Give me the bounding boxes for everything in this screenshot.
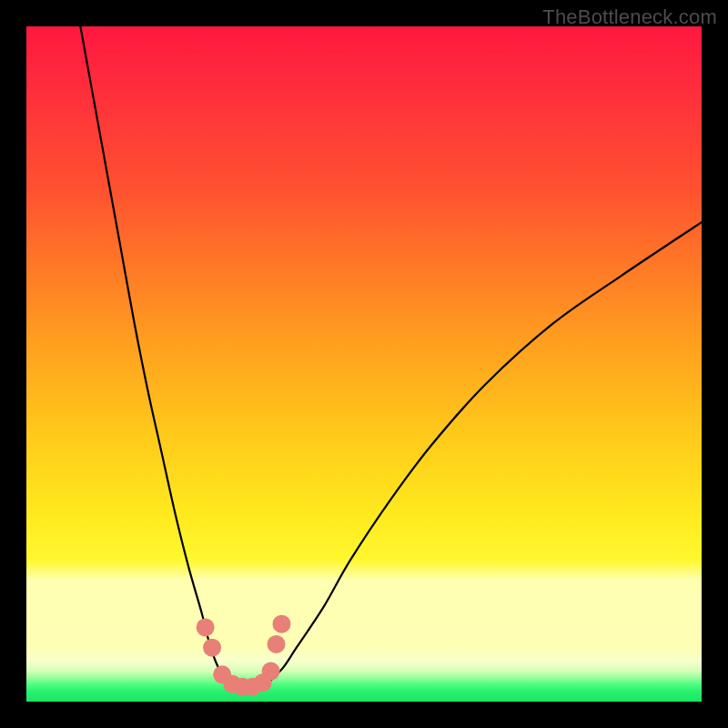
- marker-dot: [272, 615, 290, 633]
- figure-container: TheBottleneck.com: [0, 0, 728, 728]
- right-curve: [269, 222, 702, 682]
- left-curve: [80, 26, 228, 682]
- marker-dot: [262, 662, 280, 681]
- marker-dot: [268, 635, 286, 653]
- plot-area: [26, 26, 702, 702]
- marker-dot: [197, 618, 215, 636]
- marker-dots: [197, 615, 291, 696]
- plot-frame: [26, 26, 702, 702]
- curve-layer: [26, 26, 702, 702]
- watermark-text: TheBottleneck.com: [542, 5, 717, 29]
- marker-dot: [203, 639, 221, 657]
